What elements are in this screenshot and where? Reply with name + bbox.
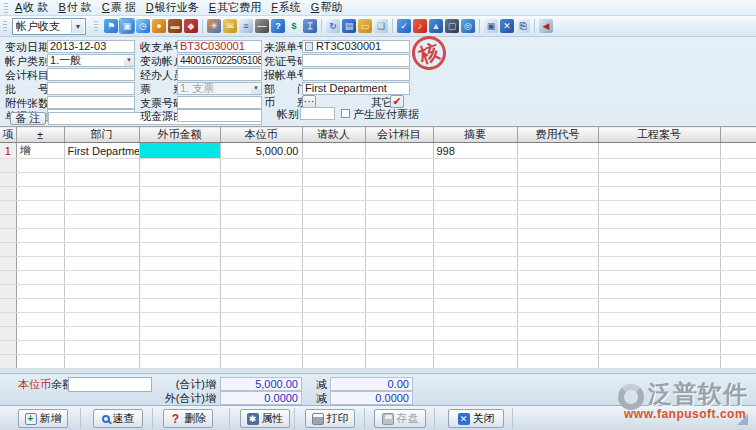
cell-base-amount[interactable]: 5,000.00 bbox=[220, 143, 302, 159]
table-cell[interactable] bbox=[517, 159, 598, 173]
col-subject[interactable]: 会计科目 bbox=[365, 127, 433, 143]
table-cell[interactable] bbox=[365, 355, 433, 369]
table-cell[interactable] bbox=[220, 187, 302, 201]
close-window-icon[interactable]: ✕ bbox=[500, 19, 514, 33]
col-payee[interactable]: 请款人 bbox=[302, 127, 365, 143]
table-row[interactable] bbox=[0, 201, 756, 215]
table-cell[interactable] bbox=[302, 313, 365, 327]
table-cell[interactable] bbox=[0, 313, 16, 327]
table-cell[interactable] bbox=[598, 313, 720, 327]
properties-button[interactable]: ✱属性 bbox=[240, 409, 290, 428]
table-cell[interactable] bbox=[139, 313, 220, 327]
table-cell[interactable] bbox=[220, 327, 302, 341]
table-cell[interactable] bbox=[517, 257, 598, 271]
notebook-icon[interactable]: ▤ bbox=[342, 19, 356, 33]
table-cell[interactable] bbox=[0, 285, 16, 299]
table-cell[interactable] bbox=[720, 257, 756, 271]
change-account-field[interactable]: 44001670225051089470 bbox=[177, 54, 262, 67]
table-cell[interactable] bbox=[139, 187, 220, 201]
table-cell[interactable] bbox=[16, 299, 64, 313]
table-cell[interactable] bbox=[64, 215, 139, 229]
bell-icon[interactable]: ♪ bbox=[413, 19, 427, 33]
table-cell[interactable] bbox=[302, 187, 365, 201]
table-cell[interactable] bbox=[598, 355, 720, 369]
table-cell[interactable] bbox=[302, 159, 365, 173]
table-cell[interactable] bbox=[433, 215, 517, 229]
table-row[interactable] bbox=[0, 285, 756, 299]
copy-icon[interactable]: ❏ bbox=[374, 19, 388, 33]
table-cell[interactable] bbox=[720, 327, 756, 341]
table-cell[interactable] bbox=[365, 243, 433, 257]
delete-button[interactable]: ?删除 bbox=[163, 409, 213, 428]
table-row[interactable] bbox=[0, 229, 756, 243]
gift-icon[interactable]: ✳ bbox=[207, 19, 221, 33]
table-cell[interactable] bbox=[517, 243, 598, 257]
col-summary[interactable]: 摘要 bbox=[433, 127, 517, 143]
table-cell[interactable] bbox=[365, 159, 433, 173]
table-cell[interactable] bbox=[720, 341, 756, 355]
table-cell[interactable] bbox=[0, 243, 16, 257]
table-row[interactable] bbox=[0, 327, 756, 341]
table-cell[interactable] bbox=[16, 355, 64, 369]
table-cell[interactable] bbox=[433, 243, 517, 257]
change-date-field[interactable]: 2013-12-03 bbox=[47, 40, 135, 53]
table-cell[interactable] bbox=[720, 187, 756, 201]
table-cell[interactable] bbox=[365, 285, 433, 299]
table-cell[interactable] bbox=[720, 159, 756, 173]
col-fee-code[interactable]: 费用代号 bbox=[517, 127, 598, 143]
menu-banking[interactable]: D银行业务 bbox=[144, 0, 207, 15]
clock-icon[interactable]: ◷ bbox=[136, 19, 150, 33]
table-cell[interactable] bbox=[220, 159, 302, 173]
table-row[interactable] bbox=[0, 215, 756, 229]
table-cell[interactable] bbox=[433, 159, 517, 173]
row-number[interactable]: 1 bbox=[0, 143, 16, 159]
print-button[interactable]: 打印 bbox=[305, 409, 355, 428]
table-cell[interactable] bbox=[302, 243, 365, 257]
table-cell[interactable] bbox=[0, 187, 16, 201]
table-cell[interactable] bbox=[720, 201, 756, 215]
table-cell[interactable] bbox=[16, 257, 64, 271]
table-row[interactable] bbox=[0, 313, 756, 327]
table-cell[interactable] bbox=[64, 355, 139, 369]
menu-other-expense[interactable]: E其它费用 bbox=[207, 0, 269, 15]
cell-project-no[interactable] bbox=[598, 143, 720, 159]
table-cell[interactable] bbox=[0, 257, 16, 271]
table-cell[interactable] bbox=[16, 201, 64, 215]
table-cell[interactable] bbox=[433, 257, 517, 271]
table-cell[interactable] bbox=[365, 313, 433, 327]
globe-icon[interactable]: ◎ bbox=[461, 19, 475, 33]
table-cell[interactable] bbox=[433, 187, 517, 201]
table-cell[interactable] bbox=[0, 271, 16, 285]
table-cell[interactable] bbox=[517, 201, 598, 215]
table-cell[interactable] bbox=[220, 173, 302, 187]
table-cell[interactable] bbox=[517, 173, 598, 187]
table-cell[interactable] bbox=[598, 271, 720, 285]
cell-sign[interactable]: 增 bbox=[16, 143, 64, 159]
col-project-no[interactable]: 工程案号 bbox=[598, 127, 720, 143]
table-cell[interactable] bbox=[598, 243, 720, 257]
table-cell[interactable] bbox=[433, 271, 517, 285]
menu-help[interactable]: G帮助 bbox=[309, 0, 351, 15]
save-button[interactable]: 存盘 bbox=[374, 409, 426, 428]
table-cell[interactable] bbox=[720, 299, 756, 313]
table-cell[interactable] bbox=[0, 173, 16, 187]
table-row[interactable] bbox=[0, 257, 756, 271]
table-cell[interactable] bbox=[302, 215, 365, 229]
table-cell[interactable] bbox=[720, 243, 756, 257]
col-item[interactable]: 项 bbox=[0, 127, 16, 143]
table-cell[interactable] bbox=[64, 159, 139, 173]
table-cell[interactable] bbox=[139, 215, 220, 229]
add-button[interactable]: +新增 bbox=[18, 409, 68, 428]
check-icon[interactable]: ✓ bbox=[397, 19, 411, 33]
table-cell[interactable] bbox=[139, 299, 220, 313]
report-no-field[interactable] bbox=[302, 68, 410, 81]
table-cell[interactable] bbox=[365, 229, 433, 243]
table-row[interactable] bbox=[0, 173, 756, 187]
table-cell[interactable] bbox=[16, 285, 64, 299]
table-cell[interactable] bbox=[302, 285, 365, 299]
files-icon[interactable]: ⎘ bbox=[516, 19, 530, 33]
table-cell[interactable] bbox=[220, 201, 302, 215]
table-cell[interactable] bbox=[0, 229, 16, 243]
table-cell[interactable] bbox=[433, 327, 517, 341]
table-cell[interactable] bbox=[64, 243, 139, 257]
